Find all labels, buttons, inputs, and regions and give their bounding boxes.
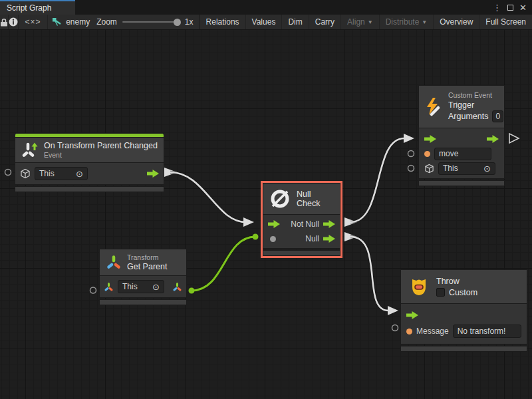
connection-stub[interactable] bbox=[344, 217, 357, 227]
window-controls: ⋮ ✕ bbox=[493, 0, 532, 15]
flow-output-arrow[interactable] bbox=[487, 135, 499, 143]
tab-title: Script Graph bbox=[7, 3, 51, 13]
code-icon: <×> bbox=[25, 17, 41, 27]
event-name-field[interactable]: move bbox=[434, 148, 491, 160]
tab-bar: Script Graph ⋮ ✕ bbox=[0, 0, 532, 15]
zoom-slider-knob[interactable] bbox=[174, 19, 181, 26]
node-null-check[interactable]: Null Check Not Null Null bbox=[263, 183, 340, 256]
distribute-button[interactable]: Distribute ▼ bbox=[379, 15, 434, 29]
carry-button[interactable]: Carry bbox=[309, 15, 340, 29]
zoom-control: Zoom 1x bbox=[90, 15, 199, 29]
transform-event-icon bbox=[21, 142, 39, 159]
node-title: Get Parent bbox=[127, 262, 167, 271]
zoom-label: Zoom bbox=[96, 17, 117, 27]
menu-icon[interactable]: ⋮ bbox=[493, 3, 501, 12]
node-get-parent[interactable]: Transform Get Parent This ⊙ bbox=[99, 249, 187, 305]
align-button[interactable]: Align ▼ bbox=[340, 15, 379, 29]
connection-stub[interactable] bbox=[164, 168, 177, 177]
event-name-port[interactable] bbox=[424, 151, 430, 157]
connection-arrowhead bbox=[243, 217, 254, 227]
flow-input-arrow[interactable] bbox=[424, 135, 436, 143]
transform-icon bbox=[106, 255, 122, 271]
fullscreen-button[interactable]: Full Screen bbox=[479, 15, 532, 29]
port-label-not-null: Not Null bbox=[291, 219, 319, 229]
event-target-field[interactable]: This ⊙ bbox=[35, 167, 88, 180]
value-input-port[interactable] bbox=[270, 236, 276, 242]
lock-button[interactable] bbox=[0, 15, 9, 29]
node-title: Null Check bbox=[297, 190, 334, 208]
gameobject-cube-icon bbox=[20, 168, 31, 179]
graph-toolbar: <×> enemy Zoom 1x Relations Values Dim C… bbox=[0, 15, 532, 30]
tab-script-graph[interactable]: Script Graph bbox=[0, 0, 75, 15]
trigger-output-port[interactable] bbox=[509, 134, 519, 143]
node-category: Custom Event bbox=[448, 91, 503, 99]
gameobject-cube-icon bbox=[424, 164, 434, 174]
maximize-icon[interactable] bbox=[507, 5, 513, 11]
connection-notnull-to-trigger[interactable] bbox=[350, 138, 404, 222]
arguments-field[interactable]: 0 bbox=[492, 110, 503, 122]
connection-event-to-nullcheck[interactable] bbox=[170, 172, 246, 222]
throw-error-icon bbox=[407, 275, 431, 299]
node-footer bbox=[99, 299, 187, 305]
message-port[interactable] bbox=[406, 329, 412, 334]
graph-canvas[interactable]: On Transform Parent Changed Event This ⊙ bbox=[0, 30, 532, 399]
trigger-target-port[interactable] bbox=[408, 166, 414, 172]
transform-port-icon[interactable] bbox=[104, 282, 114, 292]
edit-code-button[interactable]: <×> bbox=[19, 15, 48, 29]
connection-getparent-to-nullcheck[interactable] bbox=[192, 237, 255, 291]
transform-output-port-icon[interactable] bbox=[172, 282, 182, 292]
getparent-target-field[interactable]: This ⊙ bbox=[118, 280, 164, 293]
info-icon bbox=[9, 17, 18, 27]
arguments-label: Arguments bbox=[448, 112, 488, 121]
node-footer bbox=[15, 186, 164, 192]
values-button[interactable]: Values bbox=[245, 15, 282, 29]
connection-endpoint bbox=[253, 234, 259, 240]
node-trigger-custom-event[interactable]: Custom Event Trigger Arguments 0 bbox=[418, 85, 505, 186]
zoom-slider[interactable] bbox=[122, 21, 180, 23]
flow-output-arrow[interactable] bbox=[323, 220, 335, 228]
zoom-value: 1x bbox=[185, 17, 194, 27]
trigger-target-field[interactable]: This ⊙ bbox=[438, 162, 495, 175]
dim-button[interactable]: Dim bbox=[281, 15, 308, 29]
close-icon[interactable]: ✕ bbox=[519, 3, 527, 12]
object-picker-icon[interactable]: ⊙ bbox=[76, 170, 83, 178]
object-picker-icon[interactable]: ⊙ bbox=[152, 283, 160, 291]
flow-output-arrow[interactable] bbox=[147, 170, 159, 178]
custom-checkbox-label: Custom bbox=[449, 288, 477, 297]
message-label: Message bbox=[416, 327, 449, 336]
graph-name: enemy bbox=[48, 15, 90, 29]
trigger-name-port[interactable] bbox=[408, 151, 414, 157]
flow-input-arrow[interactable] bbox=[268, 220, 280, 228]
overview-button[interactable]: Overview bbox=[433, 15, 479, 29]
relations-button[interactable]: Relations bbox=[200, 15, 245, 29]
script-graph-icon bbox=[52, 17, 62, 27]
message-field[interactable]: No transform! bbox=[453, 325, 521, 338]
node-title: Throw bbox=[436, 277, 477, 286]
node-subtitle: Event bbox=[44, 151, 158, 159]
script-graph-window: Script Graph ⋮ ✕ <×> bbox=[0, 0, 532, 399]
info-button[interactable] bbox=[9, 15, 19, 29]
node-title: On Transform Parent Changed bbox=[44, 141, 158, 150]
node-footer bbox=[418, 180, 505, 186]
custom-checkbox[interactable] bbox=[436, 288, 445, 297]
flow-input-arrow[interactable] bbox=[406, 311, 418, 319]
node-title: Trigger bbox=[448, 100, 503, 110]
port-label-null: Null bbox=[305, 234, 319, 243]
node-on-transform-parent-changed[interactable]: On Transform Parent Changed Event This ⊙ bbox=[15, 133, 164, 192]
flow-output-arrow[interactable] bbox=[323, 235, 335, 243]
connection-stub[interactable] bbox=[344, 232, 357, 241]
throw-message-port[interactable] bbox=[392, 325, 398, 331]
node-throw[interactable]: Throw Custom Message No bbox=[400, 269, 527, 352]
toolbar-buttons: Relations Values Dim Carry Align ▼ Distr… bbox=[200, 15, 532, 29]
connection-arrowhead bbox=[388, 306, 398, 315]
custom-event-icon bbox=[424, 96, 443, 118]
lock-icon bbox=[0, 18, 8, 27]
getparent-target-port[interactable] bbox=[90, 287, 96, 293]
connection-null-to-throw[interactable] bbox=[350, 237, 388, 311]
node-category: Transform bbox=[127, 253, 167, 261]
object-picker-icon[interactable]: ⊙ bbox=[483, 164, 491, 173]
chevron-down-icon: ▼ bbox=[422, 19, 427, 25]
connection-arrowhead bbox=[404, 134, 414, 143]
graph-name-label: enemy bbox=[66, 17, 90, 27]
event-target-port[interactable] bbox=[5, 170, 11, 176]
